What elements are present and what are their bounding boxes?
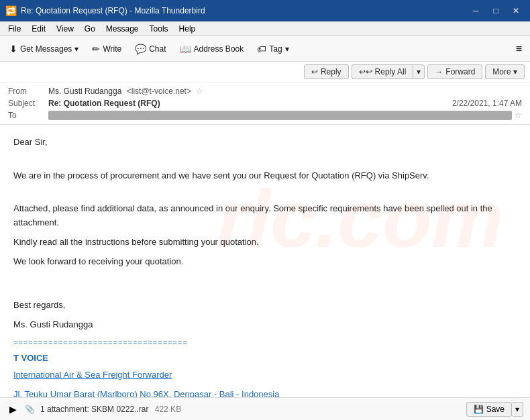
sig-name: Ms. Gusti Rudangga [13,318,517,332]
close-button[interactable]: ✕ [507,4,525,17]
reply-button[interactable]: ↩ Reply [304,64,349,79]
minimize-button[interactable]: ─ [467,4,484,17]
reply-all-dropdown-button[interactable]: ▾ [413,64,425,79]
menu-file[interactable]: File [3,23,26,35]
toolbar: ⬇ Get Messages ▾ ✏ Write 💬 Chat 📖 Addres… [0,36,530,62]
get-messages-dropdown-icon: ▾ [74,44,78,54]
attachment-count: 1 attachment: SKBM 0222..rar [40,405,148,414]
sig-closing: Best regards, [13,299,517,313]
header-actions: ↩ Reply ↩↩ Reply All ▾ → Forward More ▾ [0,62,530,83]
reply-all-icon: ↩↩ [359,67,372,76]
write-label: Write [103,44,121,54]
sig-divider-top: =================================== [13,337,517,350]
sig-address[interactable]: Jl. Teuku Umar Barat (Marlboro) No.96X, … [13,389,279,397]
menu-view[interactable]: View [51,23,79,35]
address-book-icon: 📖 [180,44,191,54]
to-star-icon[interactable]: ☆ [515,111,522,120]
from-email: <list@t-voice.net> [127,87,191,96]
forward-button[interactable]: → Forward [427,64,482,79]
chat-button[interactable]: 💬 Chat [129,41,171,57]
to-row: To ████████████ ☆ [8,109,522,121]
window-title: Re: Quotation Request (RFQ) - Mozilla Th… [21,6,467,15]
menu-go[interactable]: Go [79,23,101,35]
from-value: Ms. Gusti Rudangga <list@t-voice.net> ☆ [48,87,522,96]
subject-label: Subject [8,99,48,108]
forward-label: Forward [445,67,475,76]
menu-message[interactable]: Message [101,23,144,35]
reply-all-group: ↩↩ Reply All ▾ [352,64,425,79]
email-header: ↩ Reply ↩↩ Reply All ▾ → Forward More ▾ … [0,62,530,125]
get-messages-icon: ⬇ [9,44,17,54]
address-book-label: Address Book [194,44,244,54]
paragraph-4: We look forward to receiving your quotat… [13,255,517,269]
get-messages-button[interactable]: ⬇ Get Messages ▾ [4,41,84,57]
address-book-button[interactable]: 📖 Address Book [174,41,250,57]
to-label: To [8,111,48,120]
to-value: ████████████ [48,111,512,120]
paragraph-3: Kindly read all the instructions before … [13,235,517,250]
email-date: 2/22/2021, 1:47 AM [452,99,522,108]
toolbar-menu-button[interactable]: ≡ [512,40,526,58]
reply-label: Reply [321,67,341,76]
sig-company: T VOICE [13,352,517,366]
star-icon[interactable]: ☆ [196,87,203,96]
subject-row: Subject Re: Quotation Request (RFQ) 2/22… [8,97,522,109]
attachment-info: 1 attachment: SKBM 0222..rar 422 KB [40,405,461,414]
email-body: rlc.com Dear Sir, We are in the process … [0,125,530,397]
maximize-button[interactable]: □ [487,4,505,17]
attachment-expand-button[interactable]: ▶ [7,404,19,415]
main-content: ↩ Reply ↩↩ Reply All ▾ → Forward More ▾ … [0,62,530,420]
get-messages-label: Get Messages [20,44,72,54]
save-button-group: 💾 Save ▾ [466,402,523,417]
tag-icon: 🏷 [257,44,266,54]
write-button[interactable]: ✏ Write [87,41,127,57]
attachment-size: 422 KB [155,405,181,414]
subject-value: Re: Quotation Request (RFQ) [48,99,452,108]
chat-label: Chat [149,44,166,54]
from-name: Ms. Gusti Rudangga [48,87,121,96]
chat-icon: 💬 [135,44,146,54]
sig-tagline[interactable]: International Air & Sea Freight Forwarde… [13,370,172,380]
save-dropdown-button[interactable]: ▾ [512,402,523,417]
reply-all-label: Reply All [375,67,407,76]
reply-icon: ↩ [311,67,318,76]
menu-edit[interactable]: Edit [26,23,51,35]
reply-all-button[interactable]: ↩↩ Reply All [352,64,413,79]
menu-bar: File Edit View Go Message Tools Help [0,21,530,36]
title-bar: 🔁 Re: Quotation Request (RFQ) - Mozilla … [0,0,530,21]
save-icon: 💾 [474,405,484,414]
paragraph-2: Attached, please find additional data, a… [13,202,517,230]
app-icon: 🔁 [5,5,17,16]
from-row: From Ms. Gusti Rudangga <list@t-voice.ne… [8,85,522,97]
tag-dropdown-icon: ▾ [285,44,289,54]
write-icon: ✏ [92,44,100,54]
tag-button[interactable]: 🏷 Tag ▾ [252,41,294,57]
save-label: Save [486,405,505,414]
from-label: From [8,87,48,96]
menu-help[interactable]: Help [174,23,201,35]
window-controls: ─ □ ✕ [467,4,525,17]
attachment-clip-icon: 📎 [25,405,35,414]
email-content-area: rlc.com Dear Sir, We are in the process … [0,125,530,397]
menu-tools[interactable]: Tools [144,23,174,35]
paragraph-1: We are in the process of procurement and… [13,169,517,183]
more-button[interactable]: More ▾ [485,64,525,79]
signature: Best regards, Ms. Gusti Rudangga =======… [13,299,517,397]
save-button[interactable]: 💾 Save [466,402,512,417]
forward-icon: → [435,67,443,76]
greeting: Dear Sir, [13,136,517,150]
tag-label: Tag [269,44,282,54]
email-meta: From Ms. Gusti Rudangga <list@t-voice.ne… [0,83,530,124]
attachment-bar: ▶ 📎 1 attachment: SKBM 0222..rar 422 KB … [0,397,530,420]
